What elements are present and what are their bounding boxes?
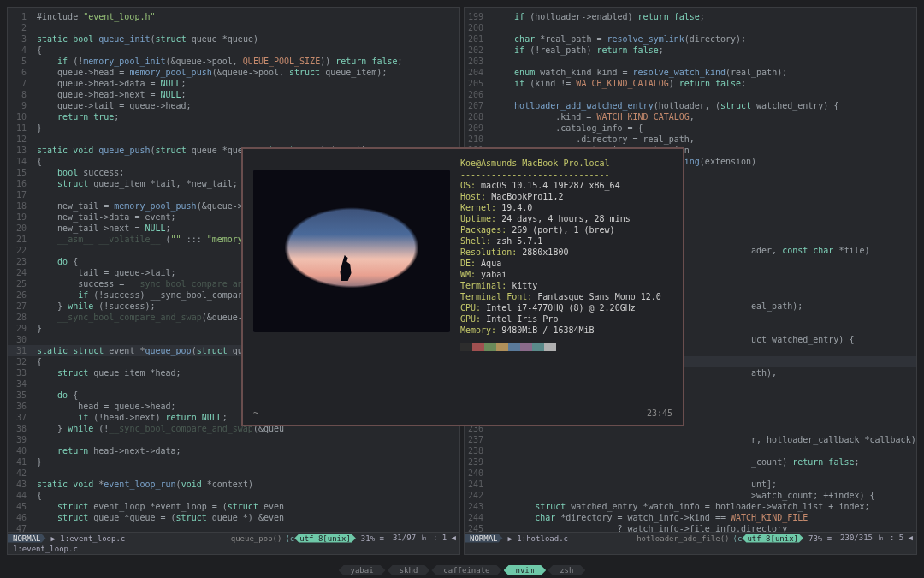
info-row: CPU: Intel i7-4770HQ (8) @ 2.20GHz (460, 302, 672, 313)
info-row: GPU: Intel Iris Pro (460, 313, 672, 325)
alt-file: 1:event_loop.c (8, 545, 83, 553)
scroll-percent: 31% ≡ (356, 534, 389, 543)
prompt-tilde: ~ (253, 408, 258, 418)
filetype: ⟨c (733, 534, 743, 543)
statusbar-left: NORMAL ▶ 1:event_loop.c queue_pop() ⟨c u… (8, 532, 459, 554)
tmux-status-bar[interactable]: yabaiskhdcaffeinatenvimzsh (7, 563, 917, 578)
info-row: Uptime: 24 days, 4 hours, 28 mins (460, 213, 672, 224)
file-name: ▶ 1:hotload.c (503, 534, 573, 543)
vim-mode: NORMAL (8, 534, 46, 543)
info-row: DE: Aqua (460, 258, 672, 269)
info-row: Packages: 269 (port), 1 (brew) (460, 224, 672, 235)
swatch (532, 343, 544, 351)
tmux-window-caffeinate[interactable]: caffeinate (431, 565, 501, 575)
swatch (472, 343, 484, 351)
encoding-pill: utf-8[unix] (294, 534, 356, 543)
info-row: Resolution: 2880x1800 (460, 247, 672, 258)
current-function: queue_pop() (228, 534, 286, 543)
tmux-window-nvim[interactable]: nvim (504, 565, 547, 575)
swatch (496, 343, 508, 351)
tmux-window-zsh[interactable]: zsh (548, 565, 585, 575)
line-col: 31/97 ㏑ : 1 ◀ (389, 533, 459, 544)
statusbar-right: NORMAL ▶ 1:hotload.c hotloader_add_file(… (465, 532, 916, 554)
info-row: Shell: zsh 5.7.1 (460, 235, 672, 247)
info-row: Host: MacBookPro11,2 (460, 191, 672, 202)
color-swatches (460, 343, 672, 351)
scroll-percent: 73% ≡ (803, 534, 837, 543)
swatch (484, 343, 496, 351)
wallpaper-thumbnail (253, 170, 450, 332)
tmux-window-yabai[interactable]: yabai (339, 565, 386, 575)
swatch (520, 343, 532, 351)
info-row: Kernel: 19.4.0 (460, 202, 672, 213)
user-host: Koe@Asmunds-MacBook-Pro.local (460, 158, 672, 169)
system-info: Koe@Asmunds-MacBook-Pro.local ----------… (460, 158, 672, 416)
swatch (508, 343, 520, 351)
neofetch-overlay[interactable]: Koe@Asmunds-MacBook-Pro.local ----------… (241, 147, 684, 426)
info-row: Terminal Font: Fantasque Sans Mono 12.0 (460, 291, 672, 302)
encoding-pill: utf-8[unix] (742, 534, 803, 543)
line-number-gutter: 1234567891011121314151617181920212223242… (8, 8, 32, 554)
clock: 23:45 (647, 408, 672, 418)
info-row: Memory: 9480MiB / 16384MiB (460, 325, 672, 336)
swatch (460, 343, 472, 351)
vim-mode: NORMAL (465, 534, 503, 543)
file-name: ▶ 1:event_loop.c (46, 534, 131, 543)
info-row: Terminal: kitty (460, 280, 672, 291)
swatch (544, 343, 556, 351)
filetype: ⟨c (285, 534, 294, 543)
info-row: WM: yabai (460, 269, 672, 280)
line-col: 230/315 ㏑ : 5 ◀ (837, 533, 916, 544)
info-row: OS: macOS 10.15.4 19E287 x86_64 (460, 180, 672, 191)
tmux-window-skhd[interactable]: skhd (388, 565, 430, 575)
current-function: hotloader_add_file() (633, 534, 732, 543)
